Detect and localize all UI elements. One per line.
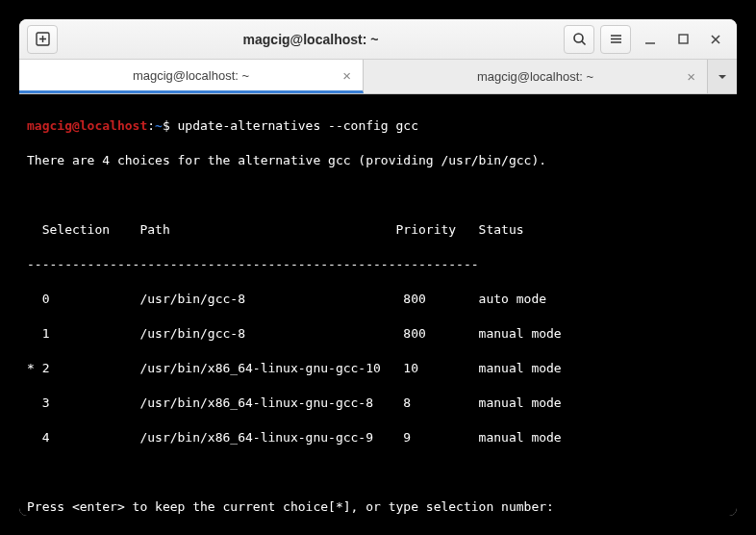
table-header: Selection Path Priority Status [27, 221, 729, 239]
prompt-user-host: magcig@localhost [27, 118, 147, 133]
tab-1[interactable]: magcig@localhost: ~ × [19, 60, 364, 93]
tab-label: magcig@localhost: ~ [133, 68, 249, 83]
output-blank [27, 187, 729, 204]
plus-box-icon [36, 32, 50, 46]
output-intro: There are 4 choices for the alternative … [27, 152, 729, 169]
svg-point-3 [574, 34, 583, 42]
maximize-button[interactable] [669, 26, 696, 53]
hamburger-icon [609, 32, 623, 46]
tab-close-button[interactable]: × [342, 67, 351, 84]
prompt-line: magcig@localhost:~$ update-alternatives … [27, 117, 729, 135]
prompt-colon: : [147, 118, 155, 133]
window-title: magcig@localhost: ~ [63, 32, 558, 47]
tab-menu-button[interactable] [708, 60, 737, 93]
menu-button[interactable] [600, 25, 631, 54]
minimize-button[interactable] [637, 26, 664, 53]
table-row: * 2 /usr/bin/x86_64-linux-gnu-gcc-10 10 … [27, 360, 729, 377]
caret-down-icon [718, 72, 727, 82]
prompt-dollar: $ [163, 118, 170, 133]
close-icon [710, 34, 721, 45]
table-row: 3 /usr/bin/x86_64-linux-gnu-gcc-8 8 manu… [27, 395, 729, 412]
minimize-icon [644, 34, 656, 45]
table-row: 1 /usr/bin/gcc-8 800 manual mode [27, 325, 729, 343]
tab-label: magcig@localhost: ~ [477, 69, 593, 84]
output-footer: Press <enter> to keep the current choice… [27, 498, 729, 516]
prompt-path: ~ [155, 118, 163, 133]
command-text: update-alternatives --config gcc [178, 118, 418, 133]
terminal-area[interactable]: magcig@localhost:~$ update-alternatives … [19, 94, 737, 516]
table-row: 4 /usr/bin/x86_64-linux-gnu-gcc-9 9 manu… [27, 429, 729, 446]
terminal-window: magcig@localhost: ~ magcig@localhost: [19, 19, 737, 516]
close-window-button[interactable] [702, 26, 729, 53]
table-row: 0 /usr/bin/gcc-8 800 auto mode [27, 291, 729, 308]
svg-rect-9 [679, 35, 688, 43]
svg-line-4 [582, 41, 586, 45]
output-blank [27, 464, 729, 481]
search-icon [572, 32, 587, 46]
tab-close-button[interactable]: × [687, 68, 695, 85]
titlebar: magcig@localhost: ~ [19, 19, 737, 60]
search-button[interactable] [564, 25, 594, 54]
table-separator: ----------------------------------------… [27, 256, 729, 273]
tabbar: magcig@localhost: ~ × magcig@localhost: … [19, 60, 737, 94]
tab-2[interactable]: magcig@localhost: ~ × [364, 60, 708, 93]
maximize-icon [678, 34, 689, 44]
new-tab-button[interactable] [27, 25, 58, 54]
